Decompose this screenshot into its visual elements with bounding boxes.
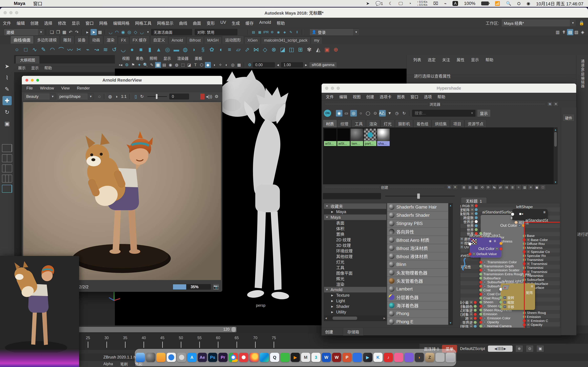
dock-icon[interactable]: Pr [218, 353, 228, 362]
browser-toolbar-icon[interactable]: ◉ [336, 110, 342, 117]
category-row[interactable]: 体积 [324, 225, 386, 231]
material-list-item[interactable]: Stingray PBS [387, 220, 448, 228]
category-row[interactable]: 环境纹理 [324, 248, 386, 253]
timeline-tick-label[interactable]: 30 [97, 336, 116, 340]
dock-icon[interactable] [353, 353, 362, 362]
material-swatch[interactable]: aiSt... [337, 129, 350, 146]
shelf-tab[interactable]: FX [118, 37, 129, 44]
dock-icon[interactable]: ◗ [415, 353, 424, 362]
shelf-tool-icon[interactable]: ✎ [39, 45, 48, 54]
expand-icon[interactable]: ⊞ [470, 325, 473, 328]
render-icon[interactable]: ◈ [282, 29, 288, 35]
shelf-tool-icon[interactable]: ◍ [181, 45, 190, 54]
dock-icon[interactable] [167, 353, 176, 362]
category-row[interactable]: 2D 纹理 [324, 237, 386, 242]
dock-icon[interactable] [229, 353, 238, 362]
sidebar-toggle-icon[interactable]: ◈ [579, 29, 586, 35]
stop-render-icon[interactable] [200, 93, 205, 100]
category-row[interactable]: 渲染 [324, 281, 386, 287]
node-editor-toolbar-icon[interactable]: ⟳ [485, 185, 491, 190]
symmetry-field[interactable]: 对称: 禁用 [195, 29, 237, 35]
browser-tab[interactable]: 灯光 [381, 120, 395, 127]
exposure-field[interactable]: 0.00 [253, 62, 275, 67]
category-row[interactable]: ▶ Utility [324, 309, 386, 315]
expand-arrow-icon[interactable]: ▶ [331, 310, 336, 314]
viewport-menu-item[interactable]: 显示 [164, 55, 171, 61]
shelf-tool-icon[interactable]: ◠ [48, 45, 57, 54]
maya-menu-item[interactable]: UV [217, 20, 229, 26]
port-dot[interactable] [479, 297, 482, 300]
material-list-item[interactable]: 头发管着色器 [387, 277, 448, 285]
hypershade-menu-item[interactable]: 编辑 [339, 94, 347, 100]
material-list-item[interactable]: Phong [387, 310, 448, 318]
hypershade-menu-item[interactable]: 文件 [326, 94, 334, 100]
browser-tab[interactable]: 烘焙集 [432, 120, 450, 127]
node-attr-row[interactable]: ⊞ 缩放 [499, 300, 514, 304]
shelf-tool-icon[interactable]: ▲ [154, 45, 163, 54]
shelf-tool-icon[interactable]: ↺ [110, 45, 119, 54]
dock-icon[interactable]: Ae [198, 353, 207, 362]
expand-icon[interactable]: ⊞ [460, 237, 463, 240]
category-row[interactable]: 其他纹理 [324, 253, 386, 259]
shelf-tool-icon[interactable]: ○ [12, 45, 21, 54]
selection-mode-icon[interactable]: ▸ [84, 29, 91, 35]
scroll-left-icon[interactable]: ◀ [325, 317, 327, 320]
timeline-tick-label[interactable]: 25 [78, 336, 97, 340]
browser-toolbar-icon[interactable]: AZ↓ [379, 110, 386, 117]
shelf-tool-icon[interactable]: 〰 [66, 45, 75, 54]
material-swatch-image[interactable] [324, 129, 337, 141]
create-filter-field[interactable] [323, 193, 381, 199]
create-bottom-tab[interactable]: 创建 [325, 329, 333, 334]
shelf-tool-icon[interactable]: ⌁ [83, 45, 92, 54]
statusline-icon[interactable]: ↷ [74, 29, 80, 35]
shelf-tool-icon[interactable]: ▮ [145, 45, 154, 54]
dock-icon[interactable]: A [187, 353, 197, 362]
port-dot[interactable] [479, 293, 482, 296]
maya-menu-item[interactable]: 网格工具 [132, 20, 154, 26]
shelf-tool-icon[interactable]: ◡ [119, 45, 128, 54]
viewport-toolbar-icon[interactable]: ◍ [174, 62, 180, 68]
node-attr-row[interactable]: ⊞ Specular Ro [523, 254, 550, 258]
port-dot[interactable] [479, 281, 482, 284]
rgb-channel-icon[interactable]: ◍ [107, 93, 113, 100]
range-slider-handle[interactable] [232, 327, 236, 332]
input-method-chip[interactable]: A [452, 1, 458, 6]
zbrush-menu-item[interactable]: Alpha [103, 362, 113, 366]
shelf-tool-icon[interactable]: ⬀ [243, 45, 252, 54]
port-dot[interactable] [479, 284, 482, 288]
port-dot[interactable] [479, 313, 482, 316]
attribute-editor-menu-item[interactable]: 帮助 [485, 57, 493, 62]
network-speed[interactable]: ↑ 0.5 K/s ↓ 0.5 K/s [417, 0, 427, 6]
hypershade-menu-item[interactable]: 创建 [366, 94, 374, 100]
swatch-toggle-icon[interactable]: ◉ [489, 239, 492, 243]
category-row[interactable]: 辉光 [324, 276, 386, 281]
node-editor-toolbar-icon[interactable]: ▤ [473, 185, 479, 190]
maya-menu-item[interactable]: 文件 [0, 20, 14, 26]
hypershade-menu-item[interactable]: 选项卡 [380, 94, 391, 100]
shelf-tool-icon[interactable]: ≡ [225, 45, 234, 54]
chevron-down-icon[interactable]: ▼ [471, 112, 473, 115]
expand-icon[interactable]: ⊞ [483, 285, 486, 288]
tool-icon[interactable]: ▣ [2, 119, 12, 128]
node-editor-toolbar-icon[interactable]: ⌗ [516, 185, 521, 190]
outliner-menu-item[interactable]: 显示 [31, 65, 39, 70]
viewport-toolbar-icon[interactable]: ⚑ [130, 62, 136, 68]
dock-icon[interactable] [239, 353, 248, 362]
browser-tab[interactable]: 渲染 [366, 120, 380, 127]
show-button[interactable]: 显示 [477, 109, 491, 117]
tool-icon[interactable]: ⌇ [2, 73, 12, 82]
node-attr-row[interactable]: ⊞ Diffuse Rou [523, 242, 550, 246]
dock-icon[interactable] [260, 353, 269, 362]
port-dot[interactable] [479, 325, 482, 328]
expand-icon[interactable]: ⊞ [483, 325, 486, 327]
layout-split-button[interactable] [2, 175, 12, 183]
colorspace-chip[interactable]: sRGB gamma [309, 62, 337, 68]
gamma-icon[interactable]: ◀ [275, 62, 281, 68]
zbrush-aa-icon[interactable]: ▣ [536, 345, 544, 352]
port-dot[interactable] [475, 216, 478, 219]
out-color-row[interactable]: Out Color ⊞ [478, 247, 502, 251]
dock-icon[interactable]: ▶ [363, 353, 372, 362]
refresh-render-icon[interactable]: ↻ [139, 93, 145, 100]
viewport-toolbar-icon[interactable]: ◑ [211, 62, 217, 68]
expand-arrow-icon[interactable]: ▶ [331, 294, 336, 297]
